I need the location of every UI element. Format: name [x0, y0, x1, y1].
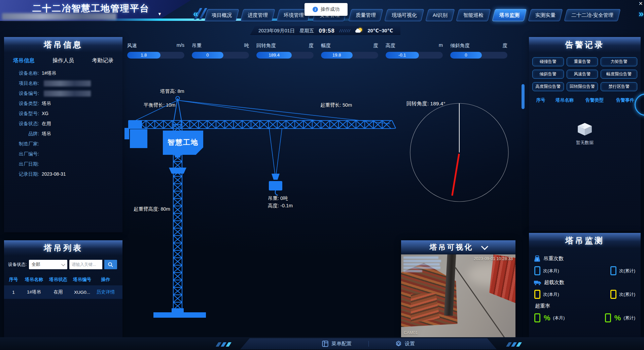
- nav-tab[interactable]: 塔吊监测: [492, 9, 527, 21]
- gauge-label: 回转角度: 189.4°: [406, 100, 445, 107]
- project-name-redacted: [2, 13, 116, 20]
- tower-height-label: 起重臂高度: 80m: [134, 206, 170, 212]
- status-select[interactable]: 全部: [29, 260, 67, 269]
- camera-timestamp: 2023-09-01 10:28:33: [474, 256, 513, 261]
- column-header: 塔吊名称: [21, 277, 47, 283]
- crane-diagram: 智慧工地: [124, 84, 397, 323]
- toast-success: i 操作成功: [305, 3, 348, 16]
- field-label: 制造厂家:: [7, 141, 39, 147]
- stat-name: 吊重次数: [543, 255, 564, 262]
- nav-collapse-left-icon[interactable]: «: [193, 9, 198, 19]
- history-detail-link[interactable]: 历史详情: [95, 289, 116, 295]
- column-header: 序号: [6, 277, 21, 283]
- nav-tab[interactable]: 智能巡检: [456, 9, 491, 21]
- sensor-unit: 度: [309, 42, 314, 49]
- digital-value: 0: [605, 313, 611, 322]
- slash-divider: //////: [339, 28, 351, 33]
- keyword-input[interactable]: [69, 260, 102, 269]
- nav-tab[interactable]: 现场可视化: [385, 9, 424, 21]
- info-field-row: 制造厂家:: [4, 141, 122, 151]
- alarm-filter-button[interactable]: 碰撞告警: [532, 57, 564, 66]
- alarm-filter-button[interactable]: 重量告警: [567, 57, 598, 66]
- info-field-row: 记录日期: 2023-08-31: [4, 171, 122, 181]
- cab-label: 智慧工地: [167, 138, 199, 146]
- alarm-filter-button[interactable]: 风速告警: [567, 70, 598, 79]
- settings-button[interactable]: 设置: [395, 341, 415, 347]
- menu-config-button[interactable]: 菜单配置: [322, 341, 352, 347]
- redacted-block: [44, 80, 91, 86]
- datetime-bar: 2023年09月01日 星期五 09:58 ////// 20℃~30℃: [250, 26, 400, 36]
- hook-height-label: 高度: -0.1m: [268, 203, 293, 209]
- info-field-row: 设备类型: 塔吊: [4, 101, 122, 111]
- redacted-block: [44, 91, 91, 97]
- panel-title: 塔吊列表: [4, 240, 122, 256]
- chevron-down-icon[interactable]: ▼: [157, 11, 162, 16]
- close-icon[interactable]: ×: [639, 0, 643, 7]
- sensor-name: 风速: [127, 42, 137, 49]
- nav-tab-label: 智能巡检: [463, 12, 484, 19]
- nav-tab[interactable]: 进度管理: [241, 9, 275, 21]
- toast-text: 操作成功: [321, 6, 339, 12]
- column-header: 塔吊状态: [47, 277, 69, 283]
- sensor-name: 吊重: [192, 42, 202, 49]
- search-button[interactable]: [104, 260, 117, 269]
- field-label: 记录日期:: [7, 171, 39, 177]
- nav-tab[interactable]: 二十二冶-安全管理: [564, 9, 621, 21]
- cell-code: XUG0...: [69, 290, 95, 295]
- field-label: 品牌:: [7, 131, 39, 137]
- crane-info-tab[interactable]: 塔吊信息: [13, 57, 35, 64]
- alarm-filter-buttons: 碰撞告警重量告警力矩告警倾斜告警风速告警幅度限位告警高度限位告警回转限位告警禁行…: [529, 53, 641, 94]
- digital-value: 0: [610, 290, 616, 299]
- info-field-row: 设备编号:: [4, 91, 122, 101]
- field-value: 1#塔吊: [42, 70, 57, 76]
- nav-tab[interactable]: 质量管理: [349, 9, 383, 21]
- table-row: 1 1#塔吊 在用 XUG0... 历史详情: [4, 285, 122, 299]
- nav-tab[interactable]: 项目概况: [205, 9, 239, 21]
- alarm-filter-button[interactable]: 倾斜告警: [532, 70, 564, 79]
- crane-solids: [124, 120, 282, 318]
- sensor-row: 风速 m/s 1.8 吊重 吨 0: [127, 42, 507, 59]
- scrollbar-thumb[interactable]: [522, 84, 525, 109]
- nav-tab[interactable]: AI识别: [426, 9, 455, 21]
- counter-jib-label: 平衡臂长: 10m: [144, 102, 175, 108]
- nav-tabs: 项目概况 进度管理 环境管理 安全管理 质量管理 现场可视化 AI识别: [206, 9, 619, 21]
- field-value: 塔吊: [42, 131, 51, 137]
- field-label: 出厂日期:: [7, 161, 39, 167]
- sensor-unit: m: [439, 42, 443, 49]
- chevron-down-icon[interactable]: [481, 243, 488, 250]
- sensor-value: 0: [206, 53, 209, 58]
- column-header: 塔吊名称: [549, 97, 580, 103]
- nav-tab-label: 项目概况: [212, 12, 232, 19]
- gear-icon: [395, 341, 402, 347]
- sensor-gauge: 吊重 吨 0: [192, 42, 249, 59]
- crane-info-tab[interactable]: 考勤记录: [92, 57, 113, 64]
- weight-icon: t: [534, 255, 541, 262]
- digital-value: 0: [534, 266, 540, 275]
- sensor-gauge: 回转角度 度 189.4: [256, 42, 314, 59]
- crane-info-tab[interactable]: 操作人员: [52, 57, 74, 64]
- layout-icon: [322, 341, 328, 347]
- nav-collapse-right-icon[interactable]: »: [639, 9, 644, 19]
- sensor-track: 189.4: [256, 52, 314, 59]
- cell-index: 1: [6, 290, 21, 295]
- main-jib-label: 起重臂长: 50m: [320, 102, 352, 108]
- digital-value: 0: [534, 290, 540, 299]
- sensor-gauge: 幅度 度 19.8: [321, 42, 378, 59]
- nav-tab-label: 塔吊监测: [499, 12, 520, 19]
- alarm-filter-button[interactable]: 幅度限位告警: [601, 70, 637, 79]
- sensor-name: 回转角度: [256, 42, 276, 49]
- nav-tab[interactable]: 实测实量: [528, 9, 563, 21]
- filter-label: 设备状态:: [8, 261, 27, 268]
- crane-info-fields: 设备名称: 1#塔吊 项目名称: 设备编号:: [4, 70, 122, 181]
- temperature-text: 20℃~30℃: [367, 28, 393, 33]
- alarm-filter-button[interactable]: 禁行区告警: [601, 82, 637, 91]
- field-value: 2023-08-31: [42, 171, 66, 177]
- info-field-row: 出厂编号:: [4, 151, 122, 161]
- field-label: 设备状态:: [7, 121, 39, 127]
- alarm-filter-button[interactable]: 力矩告警: [601, 57, 637, 66]
- field-label: 设备名称:: [7, 70, 39, 76]
- stat-name: 超载次数: [544, 279, 564, 286]
- alarm-filter-button[interactable]: 回转限位告警: [567, 82, 598, 91]
- sensor-unit: 度: [503, 42, 508, 49]
- alarm-filter-button[interactable]: 高度限位告警: [532, 82, 564, 91]
